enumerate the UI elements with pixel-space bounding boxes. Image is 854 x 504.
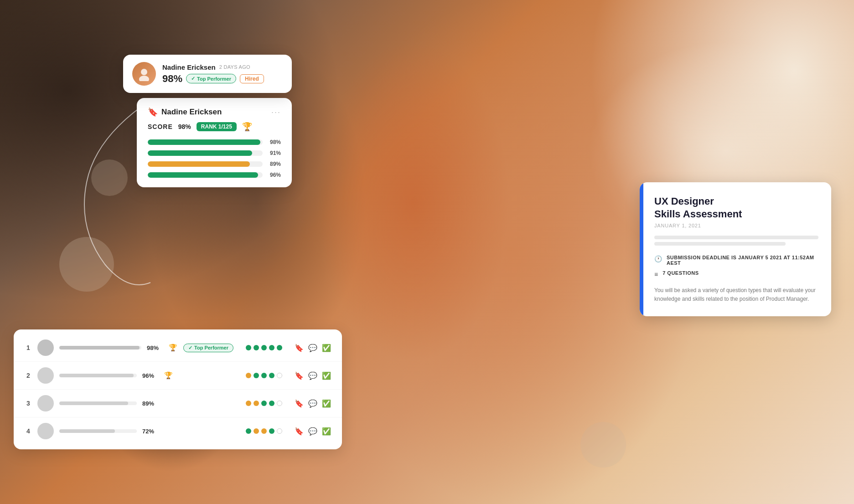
check-icon: ✓: [191, 76, 195, 82]
bookmark-action-icon-3[interactable]: 🔖: [295, 399, 304, 408]
deco-circle-2: [91, 159, 128, 196]
notif-content: Nadine Ericksen 2 DAYS AGO 98% ✓ Top Per…: [162, 63, 283, 85]
list-icon: ≡: [654, 271, 658, 278]
trophy-icon: 🏆: [242, 122, 252, 132]
bookmark-action-icon-2[interactable]: 🔖: [295, 371, 304, 380]
bar-row-2: 91%: [148, 150, 281, 156]
svg-point-1: [139, 76, 149, 81]
score-card: 🔖 Nadine Ericksen ··· SCORE 98% RANK 1/1…: [137, 98, 292, 187]
bookmark-icon: 🔖: [148, 107, 158, 117]
leader-row-1: 1 98% 🏆 ✓ Top Performer 🔖 💬 ✅: [14, 334, 342, 362]
avatar-1: [37, 339, 54, 356]
assessment-meta: 🕐 SUBMISSION DEADLINE IS JANUARY 5 2021 …: [654, 255, 818, 278]
notif-time: 2 DAYS AGO: [219, 64, 250, 70]
deco-circle-3: [580, 422, 626, 468]
deco-circle-1: [59, 237, 114, 292]
check-action-icon[interactable]: ✅: [322, 344, 331, 352]
notif-name: Nadine Ericksen: [162, 63, 216, 71]
leader-row-2: 2 96% 🏆 🔖 💬 ✅: [14, 362, 342, 390]
svg-point-0: [141, 69, 147, 75]
message-action-icon-4[interactable]: 💬: [308, 427, 317, 436]
leader-row-4: 4 72% 🏆 🔖 💬 ✅: [14, 417, 342, 445]
more-options-icon[interactable]: ···: [271, 108, 281, 117]
notif-score: 98%: [162, 73, 182, 85]
top-performer-badge: ✓ Top Performer: [183, 344, 233, 352]
check-action-icon-3[interactable]: ✅: [322, 399, 331, 408]
assessment-description: You will be asked a variety of question …: [654, 286, 818, 303]
badge-top-performer: ✓ Top Performer: [186, 74, 236, 83]
deadline-row: 🕐 SUBMISSION DEADLINE IS JANUARY 5 2021 …: [654, 255, 818, 266]
message-action-icon[interactable]: 💬: [308, 344, 317, 352]
bar-row-3: 89%: [148, 161, 281, 167]
rank-badge: RANK 1/125: [197, 122, 237, 131]
deadline-text: SUBMISSION DEADLINE IS JANUARY 5 2021 AT…: [667, 255, 818, 266]
questions-text: 7 QUESTIONS: [662, 270, 699, 276]
avatar-3: [37, 395, 54, 411]
avatar-2: [37, 367, 54, 384]
score-label: SCORE: [148, 123, 173, 130]
questions-row: ≡ 7 QUESTIONS: [654, 270, 818, 278]
message-action-icon-3[interactable]: 💬: [308, 399, 317, 408]
badge-hired: Hired: [240, 74, 264, 83]
bookmark-action-icon[interactable]: 🔖: [295, 344, 304, 352]
avatar-4: [37, 423, 54, 439]
assessment-card: UX Designer Skills Assessment JANUARY 1,…: [640, 182, 831, 316]
assessment-accent-bar: [640, 182, 643, 316]
bookmark-action-icon-4[interactable]: 🔖: [295, 427, 304, 436]
score-bars: 98% 91% 89% 96%: [148, 139, 281, 178]
score-number: 98%: [178, 123, 191, 130]
notif-avatar: [132, 62, 156, 86]
assessment-date: JANUARY 1, 2021: [654, 223, 818, 228]
score-name: Nadine Ericksen: [161, 108, 222, 117]
check-action-icon-4[interactable]: ✅: [322, 427, 331, 436]
leader-row-3: 3 89% 🏆 🔖 💬 ✅: [14, 390, 342, 417]
assessment-title: UX Designer Skills Assessment: [654, 195, 818, 220]
bar-row-1: 98%: [148, 139, 281, 145]
leaderboard-card: 1 98% 🏆 ✓ Top Performer 🔖 💬 ✅ 2 96% 🏆: [14, 329, 342, 449]
check-action-icon-2[interactable]: ✅: [322, 371, 331, 380]
message-action-icon-2[interactable]: 💬: [308, 371, 317, 380]
clock-icon: 🕐: [654, 255, 662, 262]
notification-card: Nadine Ericksen 2 DAYS AGO 98% ✓ Top Per…: [123, 55, 292, 93]
assessment-placeholder-lines: [654, 236, 818, 246]
bar-row-4: 96%: [148, 172, 281, 178]
